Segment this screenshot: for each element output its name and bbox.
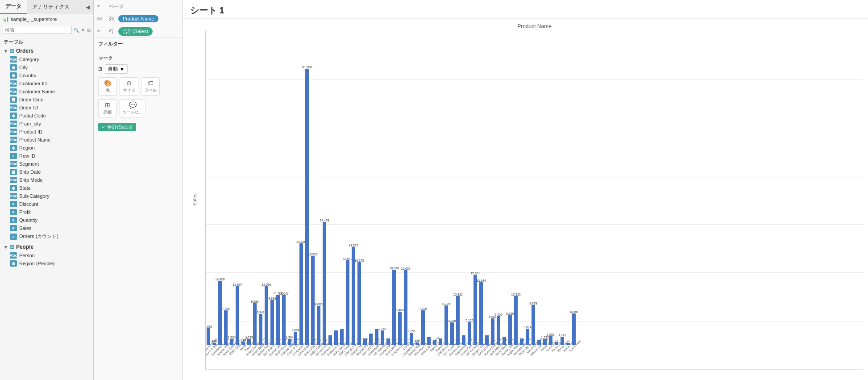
field-item[interactable]: AbcProduct Name: [0, 136, 93, 144]
field-item[interactable]: AbcSub-Category: [0, 192, 93, 200]
field-item[interactable]: AbcCustomer ID: [0, 79, 93, 88]
field-item[interactable]: #Discount: [0, 200, 93, 208]
field-item[interactable]: AbcPram_city: [0, 120, 93, 128]
color-button[interactable]: 🎨 色: [98, 77, 117, 96]
bar[interactable]: 9,280: [253, 303, 257, 345]
view-toggle-icon[interactable]: ⊞: [87, 28, 91, 33]
bar[interactable]: 10,822: [456, 296, 460, 345]
size-button[interactable]: ⊙ サイズ: [120, 77, 138, 96]
field-item[interactable]: ▦Ship Date: [0, 168, 93, 176]
product-name-pill[interactable]: Product Name: [118, 15, 158, 22]
field-item[interactable]: ⊕State: [0, 184, 93, 192]
field-item[interactable]: AbcProduct ID: [0, 128, 93, 136]
marks-type-dropdown[interactable]: 自動 ▼: [105, 64, 128, 74]
field-item[interactable]: AbcOrder ID: [0, 104, 93, 112]
field-name: Region: [19, 145, 35, 150]
field-item[interactable]: AbcCustomer Name: [0, 88, 93, 96]
field-item[interactable]: ⊕Postal Code: [0, 112, 93, 120]
bar-column: 3,68512 Colored Short Pencils: [206, 31, 211, 357]
bar[interactable]: 16,830: [392, 270, 396, 345]
bar[interactable]: 4,978: [450, 322, 454, 345]
filter-icon[interactable]: ▼: [81, 28, 85, 33]
bar[interactable]: 14,300: [218, 281, 222, 345]
bar[interactable]: 61,600: [305, 69, 309, 345]
tab-data[interactable]: データ: [0, 0, 27, 14]
sum-sales-mark-pill[interactable]: ✓ 合計(Sales): [98, 123, 136, 131]
label-button[interactable]: 🏷 ラベル: [141, 77, 160, 96]
bar[interactable]: 11,047: [282, 295, 286, 345]
bar[interactable]: 18,375: [357, 262, 361, 345]
bar-value-label: 639: [241, 339, 246, 342]
people-table-toggle[interactable]: ▼ ⊞ People: [0, 242, 93, 251]
bar[interactable]: 10,925: [514, 296, 518, 345]
bar[interactable]: 6,966: [572, 313, 576, 345]
field-type-icon: #: [10, 217, 17, 223]
bar[interactable]: 8,665: [317, 306, 320, 345]
sum-sales-pill-row[interactable]: 合計(Sales): [118, 27, 153, 36]
bar-column: Fellowes Stor/Drawer: [333, 31, 339, 357]
bar[interactable]: 13,944: [479, 282, 483, 345]
bar-column: Xerox 1969: [565, 31, 571, 357]
field-item[interactable]: #Row ID: [0, 152, 93, 160]
bar[interactable]: 3,685: [207, 328, 210, 345]
bar[interactable]: 5,120: [468, 322, 471, 345]
field-item[interactable]: AbcPerson: [0, 251, 93, 259]
bar[interactable]: 8,878: [532, 305, 535, 345]
bar[interactable]: 5,907: [491, 318, 494, 345]
field-item[interactable]: AbcShip Mode: [0, 176, 93, 184]
sum-check-icon: ✓: [102, 125, 105, 129]
bar[interactable]: [340, 329, 344, 345]
color-icon: 🎨: [104, 79, 112, 87]
bar[interactable]: 7,730: [224, 310, 228, 345]
field-item[interactable]: ⊕Region (People): [0, 259, 93, 267]
bar-column: 7,400Kingston Digital DataT.: [397, 31, 403, 357]
bar[interactable]: 15,611: [473, 275, 477, 345]
field-item[interactable]: ▦Order Date: [0, 96, 93, 104]
bar[interactable]: 3,614: [526, 329, 529, 345]
orders-table-toggle[interactable]: ▼ ⊞ Orders: [0, 46, 93, 55]
columns-row: ⦀⦀⦀ 列 Product Name: [94, 13, 183, 25]
field-item[interactable]: #Sales: [0, 224, 93, 232]
bar[interactable]: 7,400: [398, 312, 402, 345]
field-item[interactable]: #Quantity: [0, 216, 93, 224]
right-panel: シート 1 Product Name Sales 3,68512 Colored…: [183, 0, 868, 380]
bar[interactable]: [375, 329, 378, 345]
bar-column: 7,730Adams Write'n Stick P.: [223, 31, 228, 357]
bar[interactable]: 8,775: [444, 305, 448, 345]
bar[interactable]: 18,840: [346, 260, 349, 345]
field-item[interactable]: #Profit: [0, 208, 93, 216]
field-type-icon: Abc: [10, 137, 17, 143]
middle-panel: ≡ ページ ⦀⦀⦀ 列 Product Name ≡ 行 合計(Sales) フ…: [94, 0, 183, 380]
field-item[interactable]: AbcCategory: [0, 55, 93, 63]
bar[interactable]: 16,656: [404, 270, 407, 345]
filters-title: フィルター: [98, 41, 178, 47]
field-type-icon: Abc: [10, 177, 17, 183]
bar-column: 10,925Super Bands, 12/Pack: [513, 31, 519, 357]
bar-column: 18,840GBC Twin Loop Wire Bi.: [345, 31, 350, 357]
bar[interactable]: 27,453: [323, 222, 326, 345]
tooltip-button[interactable]: 💬 ツールヒ…: [120, 99, 146, 117]
bar[interactable]: 9,918: [270, 300, 274, 345]
orders-table-icon: ⊞: [10, 48, 14, 54]
field-item[interactable]: ⊕City: [0, 63, 93, 71]
field-item[interactable]: ⊕Region: [0, 144, 93, 152]
search-input-row: 🔍 ▼ ⊞: [0, 24, 93, 36]
field-item[interactable]: ⊕Country: [0, 71, 93, 79]
search-input[interactable]: [3, 26, 72, 34]
panel-collapse-arrow[interactable]: ◀: [82, 2, 93, 12]
bar[interactable]: 6,942: [259, 314, 262, 345]
bar[interactable]: 6,400: [497, 316, 500, 345]
bar[interactable]: 11,100: [276, 295, 280, 345]
tab-analytics[interactable]: アナリティクス: [27, 0, 75, 13]
field-item[interactable]: AbcSegment: [0, 160, 93, 168]
bar[interactable]: 7,700: [421, 310, 425, 345]
field-type-icon: ⊕: [10, 260, 17, 267]
bar[interactable]: 19,823: [311, 256, 315, 345]
bar[interactable]: 6,595: [508, 315, 512, 345]
field-item[interactable]: #Orders (カウント): [0, 232, 93, 241]
detail-button[interactable]: ⊞ 詳細: [98, 99, 117, 117]
bar[interactable]: 12,995: [265, 286, 268, 345]
bar[interactable]: 12,997: [236, 286, 239, 345]
bar[interactable]: 22,638: [299, 243, 303, 345]
bar-column: 5,120PowerGen Dual USB Ca.: [467, 31, 472, 357]
